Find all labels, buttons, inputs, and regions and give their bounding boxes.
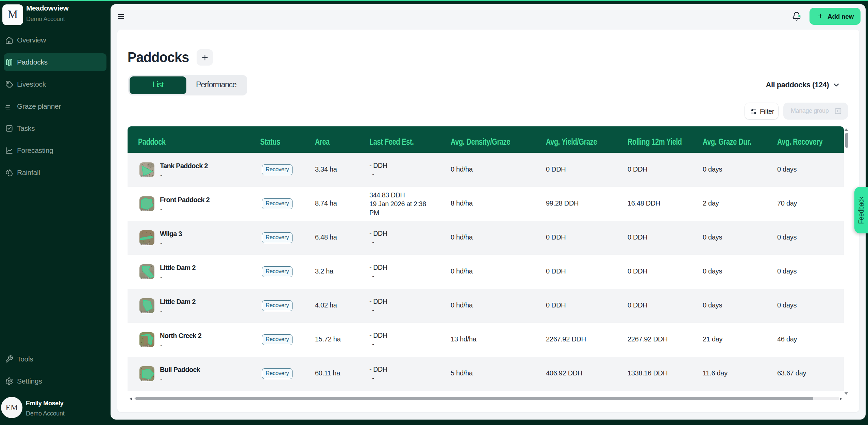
- svg-text:© Maxar ©: © Maxar ©: [140, 209, 149, 211]
- svg-text:© Maxar ©: © Maxar ©: [140, 277, 149, 279]
- svg-text:© Maxar ©: © Maxar ©: [140, 311, 149, 313]
- svg-text:© Maxar ©: © Maxar ©: [140, 243, 149, 245]
- svg-text:© Maxar ©: © Maxar ©: [140, 345, 149, 347]
- svg-text:© Maxar ©: © Maxar ©: [140, 175, 149, 177]
- svg-text:© Maxar ©: © Maxar ©: [140, 379, 149, 381]
